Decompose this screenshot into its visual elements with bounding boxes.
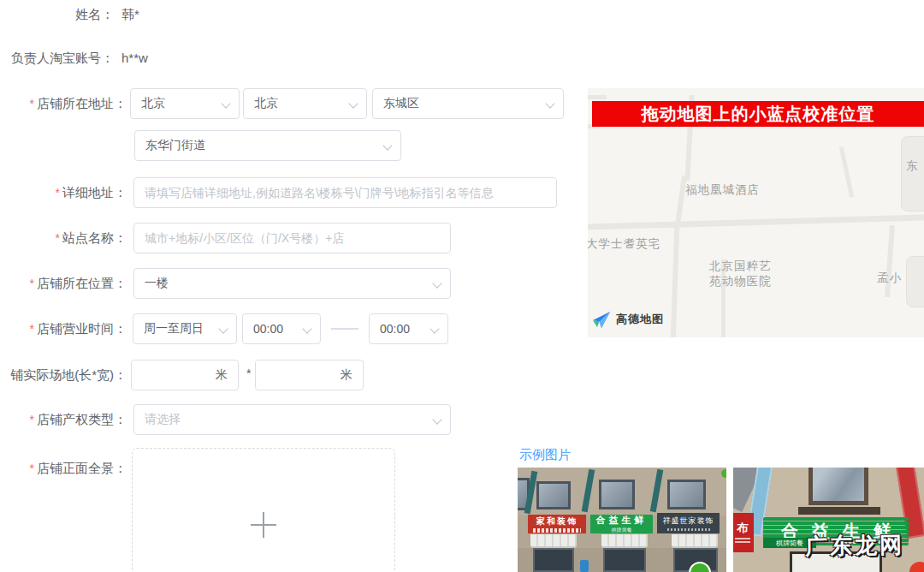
multiply-sign: * <box>246 366 251 380</box>
storefront-photo-label: *店铺正面全景： <box>0 461 127 476</box>
map-label-hotel: 福地凰城酒店 <box>685 182 760 198</box>
taobao-account-value: h**w <box>121 51 148 65</box>
map-label-east: 东 <box>906 158 919 174</box>
site-name-label: *站点名称： <box>0 230 127 246</box>
area-label: 铺实际场地(长*宽)： <box>0 367 127 383</box>
awning <box>601 534 648 548</box>
required-icon: * <box>30 322 34 336</box>
property-type-placeholder: 请选择 <box>145 412 181 427</box>
floor-label: *店铺所在位置： <box>0 276 127 291</box>
map-road <box>839 146 854 198</box>
green-shop-sign: 合益生鲜 棋牌简餐 <box>590 515 653 533</box>
required-icon: * <box>30 97 34 110</box>
days-select[interactable]: 周一至周日 <box>133 313 237 344</box>
required-icon: * <box>30 413 34 426</box>
chevron-down-icon <box>545 98 554 108</box>
width-unit: 米 <box>337 367 363 383</box>
name-value: 韩* <box>121 7 139 23</box>
length-input-box: 米 <box>131 360 239 390</box>
length-unit: 米 <box>212 367 238 383</box>
amap-map[interactable]: 福地凰城酒店 东 大学士耆英宅 北京国粹艺 苑动物医院 孟小 拖动地图上的小蓝点… <box>588 88 924 337</box>
days-value: 周一至周日 <box>144 321 204 337</box>
chevron-down-icon <box>429 324 439 333</box>
site-name-input[interactable] <box>133 223 451 253</box>
watermark: 广东龙网 <box>805 530 905 562</box>
amap-logo: 高德地图 <box>591 309 664 330</box>
map-building-block <box>901 136 924 212</box>
sign-small-text <box>667 528 710 531</box>
floor-value: 一楼 <box>145 276 169 291</box>
chevron-down-icon <box>432 414 441 424</box>
dark-shop-sign: 祥盛世家装饰 <box>657 513 720 533</box>
store-register-form-page: 姓名： 韩* 负责人淘宝账号： h**w *店铺所在地址： 北京 北京 东城区 … <box>0 0 924 572</box>
width-input-box: 米 <box>255 360 364 390</box>
province-value: 北京 <box>141 96 165 111</box>
map-label-clinic-line2: 苑动物医院 <box>709 274 772 289</box>
required-icon: * <box>30 277 34 290</box>
chevron-down-icon <box>432 278 441 288</box>
example-photo-right: 合益生鲜 棋牌简餐 布 广东龙网 <box>733 468 924 572</box>
street-value: 东华门街道 <box>145 138 205 153</box>
floor-select[interactable]: 一楼 <box>133 268 451 299</box>
sign-small-text <box>533 528 581 533</box>
chevron-down-icon <box>302 324 311 333</box>
city-value: 北京 <box>254 96 278 111</box>
chevron-down-icon <box>221 98 230 108</box>
map-building-block <box>906 256 924 307</box>
open-time-select[interactable]: 00:00 <box>242 313 321 344</box>
sign-small-text <box>735 538 750 545</box>
detail-address-label: *详细地址： <box>0 185 127 200</box>
storefront <box>533 548 574 572</box>
window <box>808 468 868 505</box>
map-road <box>885 225 895 297</box>
example-images-title: 示例图片 <box>519 447 571 463</box>
district-select[interactable]: 东城区 <box>372 88 564 119</box>
plus-icon <box>251 512 276 538</box>
close-time-select[interactable]: 00:00 <box>369 313 448 344</box>
window <box>536 481 571 509</box>
business-hours-label: *店铺营业时间： <box>0 321 127 337</box>
example-photo-left: 家和装饰 合益生鲜 棋牌简餐 祥盛世家装饰 <box>518 468 726 572</box>
red-circle-logo <box>909 562 924 572</box>
storefront <box>603 548 646 572</box>
chevron-down-icon <box>382 140 392 150</box>
map-hint-banner: 拖动地图上的小蓝点校准位置 <box>592 101 924 127</box>
map-label-mansion: 大学士耆英宅 <box>588 236 660 252</box>
map-label-clinic-line1: 北京国粹艺 <box>709 259 772 274</box>
red-shop-sign: 家和装饰 <box>528 515 586 533</box>
awning <box>672 534 718 548</box>
street-select[interactable]: 东华门街道 <box>134 130 401 161</box>
province-select[interactable]: 北京 <box>130 88 240 119</box>
width-input[interactable] <box>256 360 337 390</box>
property-type-select[interactable]: 请选择 <box>133 404 451 435</box>
blue-bin <box>580 560 589 572</box>
awning <box>530 534 577 548</box>
chevron-down-icon <box>218 324 228 333</box>
required-icon: * <box>56 231 60 245</box>
open-time-value: 00:00 <box>253 322 283 336</box>
district-value: 东城区 <box>383 96 419 111</box>
green-dot <box>721 469 726 478</box>
window <box>667 480 706 509</box>
vertical-banner <box>582 469 595 512</box>
window-ledge <box>798 507 880 515</box>
photo-upload-box[interactable] <box>132 448 395 572</box>
required-icon: * <box>30 462 34 475</box>
time-range-dash <box>331 328 358 330</box>
chevron-down-icon <box>348 98 358 108</box>
map-road <box>588 214 924 229</box>
amap-logo-text: 高德地图 <box>616 312 664 327</box>
city-select[interactable]: 北京 <box>243 88 367 119</box>
property-type-label: *店铺产权类型： <box>0 412 127 427</box>
map-road <box>671 227 679 337</box>
vertical-banner <box>650 469 664 512</box>
amap-plane-icon <box>591 309 612 330</box>
map-label-meng: 孟小 <box>877 271 902 286</box>
map-road <box>588 95 607 99</box>
red-side-sign: 布 <box>733 513 754 552</box>
detail-address-input[interactable] <box>133 177 557 208</box>
name-label: 姓名： <box>0 7 114 22</box>
close-time-value: 00:00 <box>380 322 410 336</box>
address-label: *店铺所在地址： <box>0 96 127 111</box>
length-input[interactable] <box>132 360 212 390</box>
